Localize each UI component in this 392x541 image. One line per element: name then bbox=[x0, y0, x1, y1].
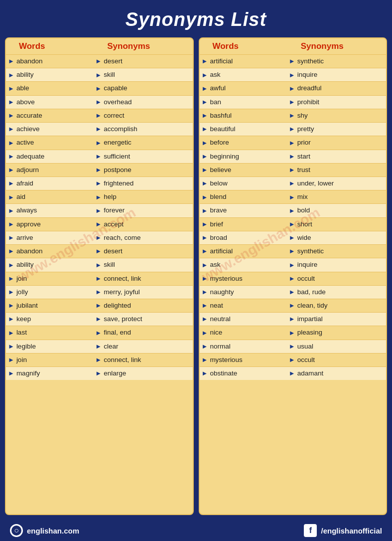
table-row: ► legible ► clear bbox=[6, 340, 193, 353]
table-row: ► adequate ► sufficient bbox=[6, 150, 193, 163]
arrow-icon: ► bbox=[8, 84, 14, 93]
arrow-icon: ► bbox=[289, 288, 295, 297]
word-text: always bbox=[16, 206, 37, 215]
arrow-icon: ► bbox=[8, 193, 14, 202]
cell-synonym: ► clear bbox=[95, 341, 190, 352]
word-text: abandon bbox=[16, 57, 43, 66]
cell-word: ► beginning bbox=[202, 151, 289, 162]
word-text: ask bbox=[210, 70, 220, 79]
table2-body: ► artificial ► synthetic ► ask ► inquire bbox=[200, 54, 387, 380]
word-text: join bbox=[16, 356, 27, 364]
table-row: ► mysterious ► occult bbox=[200, 353, 387, 366]
cell-word: ► able bbox=[8, 83, 95, 94]
synonym-text: occult bbox=[297, 274, 315, 283]
word-text: join bbox=[16, 274, 27, 283]
table-row: ► artificial ► synthetic bbox=[200, 244, 387, 258]
arrow-icon: ► bbox=[202, 233, 208, 242]
word-text: magnify bbox=[16, 369, 40, 378]
table-row: ► nice ► pleasing bbox=[200, 326, 387, 339]
word-text: jubilant bbox=[16, 301, 38, 310]
arrow-icon: ► bbox=[289, 98, 295, 107]
table-row: ► ask ► inquire bbox=[200, 68, 387, 81]
arrow-icon: ► bbox=[8, 139, 14, 148]
cell-synonym: ► help bbox=[95, 191, 190, 202]
cell-word: ► jolly bbox=[8, 287, 95, 298]
cell-synonym: ► shy bbox=[289, 110, 384, 121]
arrow-icon: ► bbox=[8, 261, 14, 270]
arrow-icon: ► bbox=[95, 356, 102, 364]
arrow-icon: ► bbox=[202, 288, 208, 297]
synonym-text: clean, tidy bbox=[297, 301, 328, 310]
cell-word: ► below bbox=[202, 178, 289, 189]
table-right-header: Words Synonyms bbox=[200, 38, 387, 54]
synonym-text: accomplish bbox=[104, 125, 137, 134]
website-text: englishan.com bbox=[27, 527, 79, 535]
arrow-icon: ► bbox=[289, 315, 295, 324]
arrow-icon: ► bbox=[202, 111, 208, 120]
synonym-text: clear bbox=[104, 342, 118, 351]
synonym-text: skill bbox=[104, 70, 115, 79]
synonym-text: sufficient bbox=[104, 152, 130, 161]
arrow-icon: ► bbox=[95, 125, 102, 134]
word-text: beautiful bbox=[210, 125, 235, 134]
word-text: ability bbox=[16, 260, 34, 269]
cell-synonym: ► impartial bbox=[289, 314, 384, 325]
synonym-text: occult bbox=[297, 356, 315, 364]
table-row: ► awful ► dreadful bbox=[200, 81, 387, 95]
synonym-text: connect, link bbox=[104, 274, 141, 283]
cell-synonym: ► frightened bbox=[95, 178, 190, 189]
cell-word: ► abandon bbox=[8, 56, 95, 67]
cell-word: ► brave bbox=[202, 205, 289, 216]
table-row: ► ability ► skill bbox=[6, 68, 193, 81]
arrow-icon: ► bbox=[8, 152, 14, 161]
cell-word: ► neutral bbox=[202, 314, 289, 325]
arrow-icon: ► bbox=[8, 71, 14, 80]
arrow-icon: ► bbox=[289, 179, 295, 188]
synonym-text: dreadful bbox=[297, 84, 322, 93]
cell-word: ► legible bbox=[8, 341, 95, 352]
synonym-text: prohibit bbox=[297, 98, 319, 107]
synonym-text: short bbox=[297, 220, 312, 229]
word-text: active bbox=[16, 138, 34, 147]
cell-word: ► broad bbox=[202, 232, 289, 243]
cell-synonym: ► under, lower bbox=[289, 178, 384, 189]
cell-word: ► afraid bbox=[8, 178, 95, 189]
cell-word: ► artificial bbox=[202, 246, 289, 257]
arrow-icon: ► bbox=[95, 288, 102, 297]
arrow-icon: ► bbox=[289, 57, 295, 66]
arrow-icon: ► bbox=[202, 206, 208, 215]
synonym-text: connect, link bbox=[104, 356, 141, 364]
cell-word: ► ability bbox=[8, 259, 95, 270]
word-text: keep bbox=[16, 315, 31, 324]
arrow-icon: ► bbox=[8, 206, 14, 215]
word-text: obstinate bbox=[210, 369, 237, 378]
arrow-icon: ► bbox=[202, 179, 208, 188]
globe-icon: ○ bbox=[10, 524, 23, 537]
word-text: mysterious bbox=[210, 356, 242, 364]
arrow-icon: ► bbox=[95, 274, 102, 283]
page-title: Synonyms List bbox=[0, 0, 392, 37]
footer: ○ englishan.com f /englishanofficial bbox=[0, 520, 392, 541]
word-text: arrive bbox=[16, 233, 33, 242]
arrow-icon: ► bbox=[8, 274, 14, 283]
synonym-text: bold bbox=[297, 206, 310, 215]
facebook-icon: f bbox=[304, 524, 317, 537]
col-header-words-right: Words bbox=[202, 41, 289, 51]
cell-word: ► mysterious bbox=[202, 273, 289, 284]
synonym-text: capable bbox=[104, 84, 127, 93]
table-row: ► achieve ► accomplish bbox=[6, 122, 193, 136]
arrow-icon: ► bbox=[8, 301, 14, 310]
arrow-icon: ► bbox=[289, 193, 295, 202]
arrow-icon: ► bbox=[289, 220, 295, 229]
table-left: Words Synonyms ► abandon ► desert ► abil… bbox=[5, 37, 194, 515]
table-right: Words Synonyms ► artificial ► synthetic … bbox=[199, 37, 388, 515]
cell-synonym: ► bad, rude bbox=[289, 287, 384, 298]
synonym-text: prior bbox=[297, 138, 311, 147]
arrow-icon: ► bbox=[95, 98, 102, 107]
arrow-icon: ► bbox=[202, 315, 208, 324]
cell-synonym: ► accomplish bbox=[95, 124, 190, 135]
cell-synonym: ► desert bbox=[95, 56, 190, 67]
arrow-icon: ► bbox=[95, 329, 102, 338]
word-text: achieve bbox=[16, 125, 40, 134]
cell-synonym: ► connect, link bbox=[95, 355, 190, 365]
